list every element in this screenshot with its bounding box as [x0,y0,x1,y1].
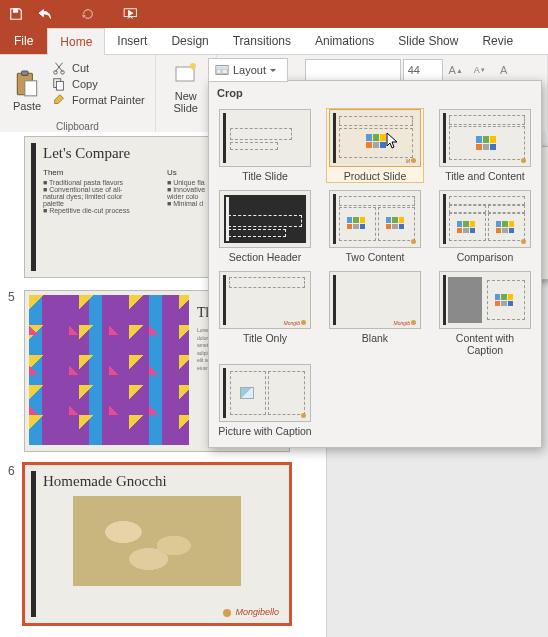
layout-two-content[interactable]: Two Content [327,190,423,263]
tab-review[interactable]: Revie [470,28,525,54]
format-painter-button[interactable]: Format Painter [48,92,149,108]
font-family-combo[interactable] [305,59,401,81]
font-size-combo[interactable]: 44 [403,59,443,81]
redo-button[interactable] [76,2,100,26]
grow-font-button[interactable]: A▲ [445,59,467,81]
layout-title-content[interactable]: Title and Content [437,109,533,182]
shrink-font-button[interactable]: A▼ [469,59,491,81]
new-slide-label: New Slide [174,90,198,114]
layout-picture-caption[interactable]: Picture with Caption [217,364,313,437]
layout-label: Layout [233,64,266,76]
layout-comparison[interactable]: Comparison [437,190,533,263]
svg-rect-13 [217,69,221,73]
clipboard-group-label: Clipboard [0,121,155,132]
svg-rect-0 [13,9,17,13]
svg-point-10 [190,63,196,69]
copy-button[interactable]: Copy [48,76,149,92]
slide-thumb-6[interactable]: Homemade Gnocchi Mongibello [24,464,290,624]
svg-rect-12 [217,67,228,69]
svg-rect-9 [176,67,194,81]
format-painter-label: Format Painter [72,94,145,106]
brand-label: Mongibello [223,607,279,617]
layout-content-caption[interactable]: Content with Caption [437,271,533,356]
gallery-title: Crop [209,81,541,105]
layout-section-header[interactable]: Section Header [217,190,313,263]
copy-label: Copy [72,78,98,90]
tab-home[interactable]: Home [47,28,105,55]
svg-rect-3 [22,71,28,75]
clear-format-button[interactable]: A [493,59,515,81]
layout-dropdown[interactable]: Layout [208,58,288,82]
undo-button[interactable] [34,2,58,26]
quick-access-toolbar [0,0,548,28]
ribbon-tabs: File Home Insert Design Transitions Anim… [0,28,548,55]
new-slide-button[interactable]: New Slide [162,58,210,114]
paste-label: Paste [13,100,41,112]
layout-gallery: Crop Title Slide M Product Slide [208,80,542,448]
pasta-image [29,295,189,445]
save-button[interactable] [4,2,28,26]
layout-product-slide[interactable]: M Product Slide [327,109,423,182]
svg-rect-8 [56,81,63,90]
cut-button[interactable]: Cut [48,60,149,76]
cut-label: Cut [72,62,89,74]
tab-animations[interactable]: Animations [303,28,386,54]
tab-transitions[interactable]: Transitions [221,28,303,54]
slide-number: 5 [8,290,18,452]
svg-rect-4 [25,81,37,96]
gnocchi-image [73,496,241,586]
layout-title-slide[interactable]: Title Slide [217,109,313,182]
svg-rect-14 [222,69,227,73]
tab-slideshow[interactable]: Slide Show [386,28,470,54]
tab-file[interactable]: File [0,28,47,54]
tab-design[interactable]: Design [159,28,220,54]
slide-title: Homemade Gnocchi [43,473,289,490]
layout-blank[interactable]: Mongib Blank [327,271,423,356]
paste-button[interactable]: Paste [6,58,48,120]
start-slideshow-button[interactable] [120,2,144,26]
slide-number: 6 [8,464,18,624]
tab-insert[interactable]: Insert [105,28,159,54]
layout-title-only[interactable]: Mongib Title Only [217,271,313,356]
